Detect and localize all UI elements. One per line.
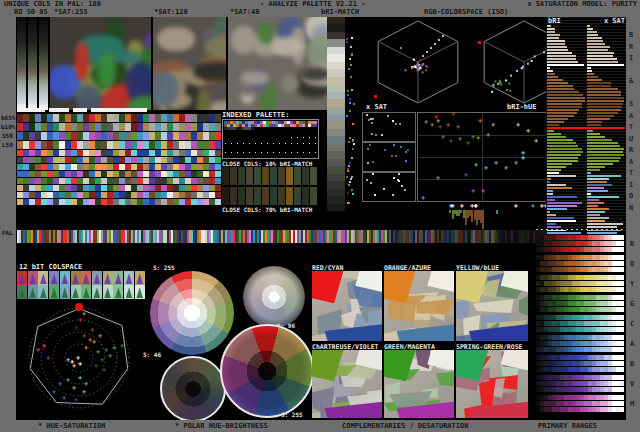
hist-bar <box>547 76 558 78</box>
scatter-marker: + <box>474 163 479 168</box>
svg-text:+: + <box>92 338 96 346</box>
triangle-glyph <box>115 274 122 285</box>
triangle-glyph <box>19 288 26 299</box>
hist-bar <box>547 217 574 219</box>
indexed-palette-grid[interactable] <box>222 119 319 159</box>
hist-bar <box>547 196 577 198</box>
hist-bar <box>587 154 624 156</box>
hist-bar <box>547 148 582 150</box>
hist-bar <box>587 214 600 216</box>
hist-bar <box>547 103 582 105</box>
close-swatch <box>310 187 317 205</box>
colspace-tile <box>81 285 91 299</box>
scatter-marker: + <box>424 120 429 125</box>
svg-text:+: + <box>84 344 88 352</box>
hist-bar <box>547 64 584 66</box>
comp-panel-4[interactable] <box>384 350 454 418</box>
primary-strip <box>536 347 624 352</box>
sat48-label[interactable]: *SAT:48 <box>230 8 260 16</box>
hist-bar <box>547 190 553 192</box>
hist-bar <box>547 31 555 33</box>
svg-text:+: + <box>82 310 86 318</box>
polar-circle-s96[interactable] <box>243 266 305 328</box>
hist-bar <box>547 226 561 228</box>
hist-bar <box>587 100 624 102</box>
comp-panel-3[interactable] <box>312 350 382 418</box>
hist-bar <box>547 85 573 87</box>
footer-primary-ranges[interactable]: PRIMARY RANGES <box>538 422 597 430</box>
hist-bar <box>547 184 566 186</box>
comp-panel-1[interactable] <box>384 271 454 341</box>
hist-bar <box>587 25 590 27</box>
footer-polar[interactable]: * POLAR HUE-BRIGHTNESS <box>175 422 268 430</box>
hist-bar <box>587 160 619 162</box>
svg-text:+: + <box>82 332 86 340</box>
statusbar: * HUE-SATURATION * POLAR HUE-BRIGHTNESS … <box>0 420 640 432</box>
triangle-glyph <box>61 288 68 299</box>
polar-circle-s255-dark[interactable] <box>220 324 314 418</box>
comp-panel-0[interactable] <box>312 271 382 341</box>
hist-bar <box>547 139 573 141</box>
hist-bar <box>547 61 578 63</box>
footer-hue-saturation[interactable]: * HUE-SATURATION <box>38 422 105 430</box>
primary-strip <box>536 247 624 252</box>
hist-bar <box>547 55 576 57</box>
primary-letter-C: C <box>630 320 634 328</box>
svg-text:+: + <box>36 346 40 354</box>
pal-label: PAL <box>2 229 13 236</box>
unique-cols-count: UNIQUE COLS IN PAL: 188 <box>4 0 101 8</box>
primary-strip <box>536 267 624 272</box>
polar-circle-s255[interactable] <box>150 271 234 355</box>
hist-bar <box>587 31 597 33</box>
comp-panel-2[interactable] <box>456 271 528 341</box>
scatter-marker: + <box>476 136 481 141</box>
colspace12-tiles[interactable] <box>17 271 145 299</box>
hist-bar <box>547 133 561 135</box>
hist-bar <box>547 25 551 27</box>
comp-panel-5[interactable] <box>456 350 528 418</box>
saturation-model[interactable]: x SATURATION MODEL: PURITY <box>527 0 637 8</box>
bri-hue-grid[interactable]: ++++++++++++++++++++++++++++++++ <box>417 112 547 202</box>
hist-bar <box>587 211 605 213</box>
hist-bar <box>547 130 554 132</box>
hue-saturation-web[interactable]: +++++++++++++++++++++++++++++++++++ <box>14 300 146 418</box>
colspace-tile <box>113 271 123 285</box>
hist-bar <box>547 43 565 45</box>
close-swatch <box>278 167 285 185</box>
triangle-glyph <box>136 288 143 299</box>
polar-circle-s46[interactable] <box>160 356 226 422</box>
strip-row <box>17 171 221 177</box>
hist-bar <box>587 169 600 171</box>
triangle-glyph <box>51 288 58 299</box>
strip-row <box>17 192 221 198</box>
colspace-tile <box>71 285 81 299</box>
hist-bar <box>547 67 550 69</box>
hist-bar <box>547 232 581 234</box>
colspace-tile <box>92 285 102 299</box>
hist-bar <box>587 139 612 141</box>
hist-bar <box>547 175 576 177</box>
footer-complementaries[interactable]: COMPLEMENTARIES / DESATURATION <box>342 422 468 430</box>
scatter-marker: + <box>484 166 489 171</box>
colspace-tile <box>60 285 70 299</box>
bri-sat-bars-panel[interactable]: bRI x SAT <box>546 17 626 232</box>
hist-bar <box>547 172 559 174</box>
close-swatch <box>246 167 253 185</box>
close-swatch <box>254 187 261 205</box>
close-swatch <box>254 167 261 185</box>
primary-strip <box>536 327 624 332</box>
colspace-tile <box>38 285 48 299</box>
sat255-label[interactable]: *SAT:255 <box>54 8 88 16</box>
hist-bar <box>587 67 591 69</box>
hist-bar <box>547 154 581 156</box>
svg-text:+: + <box>112 344 116 352</box>
scatter-marker: + <box>516 123 521 128</box>
hist-bar <box>547 187 572 189</box>
close-swatch <box>238 187 245 205</box>
hist-bar <box>547 166 566 168</box>
hist-bar <box>547 79 563 81</box>
sat128-label[interactable]: *SAT:128 <box>154 8 188 16</box>
scatter-marker: + <box>438 125 443 130</box>
colspace-tile <box>103 271 113 285</box>
hist-bar <box>587 142 618 144</box>
